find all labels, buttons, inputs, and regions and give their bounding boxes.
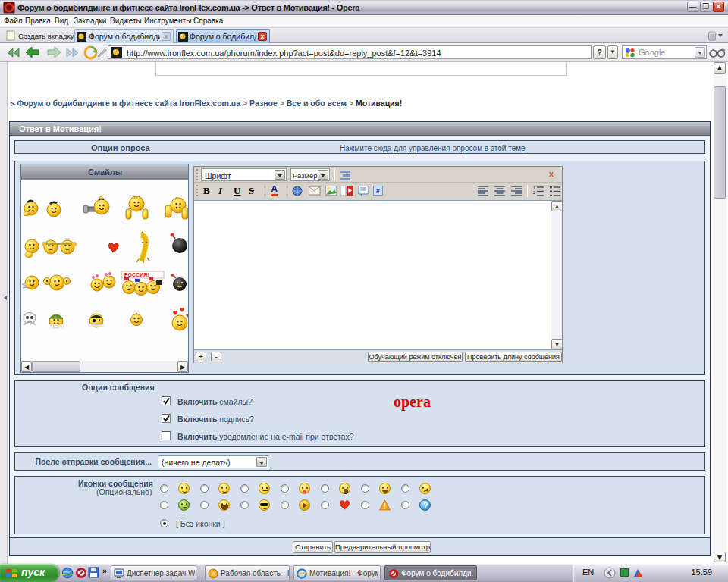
svg-text:РОССИЯ!: РОССИЯ! — [124, 272, 149, 277]
svg-text:2: 2 — [533, 190, 535, 195]
